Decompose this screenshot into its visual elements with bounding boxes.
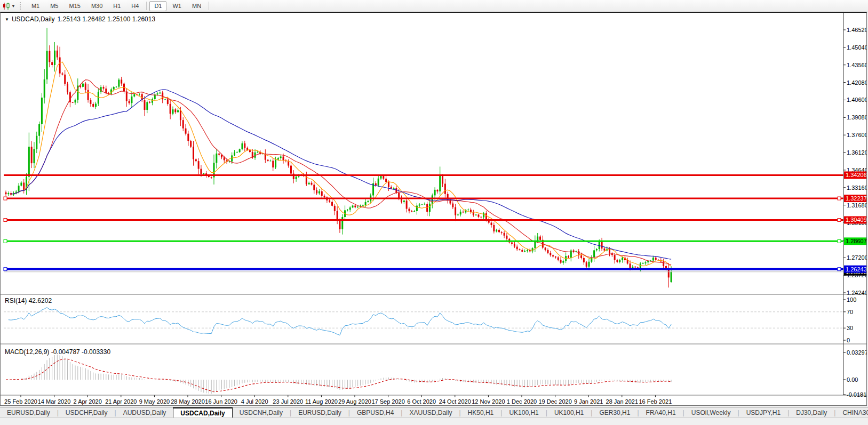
chart-tab-eurusd-daily[interactable]: EURUSD,Daily (0, 407, 57, 418)
svg-text:11 Aug 2020: 11 Aug 2020 (305, 398, 338, 405)
svg-text:0.00: 0.00 (847, 376, 858, 383)
chart-ohlc-values: 1.25143 1.26482 1.25100 1.26013 (58, 15, 156, 23)
macd-signal-line (6, 359, 671, 391)
chart-tab-hk50-h1[interactable]: HK50,H1 (461, 407, 501, 418)
timeframe-button-h1[interactable]: H1 (108, 1, 125, 11)
svg-text:1.32237: 1.32237 (846, 195, 866, 202)
timeframe-buttons: M1M5M15M30H1H4D1W1MN (26, 1, 206, 11)
chart-type-button[interactable]: ▼ (0, 3, 18, 10)
macd-axis-labels: 0.0329720.00-0.018154 (843, 349, 866, 398)
chart-tab-bar: EURUSD,Daily|USDCHF,Daily|AUDUSD,DailyUS… (0, 407, 868, 418)
chart-tab-usdjpy-h1[interactable]: USDJPY,H1 (739, 407, 787, 418)
chart-title: ▼USDCAD,Daily1.25143 1.26482 1.25100 1.2… (5, 15, 155, 23)
timeframe-button-mn[interactable]: MN (187, 1, 206, 11)
svg-text:30: 30 (847, 325, 853, 331)
svg-text:1.33160: 1.33160 (847, 185, 866, 191)
svg-text:1.42080: 1.42080 (847, 79, 866, 86)
svg-text:1 Dec 2020: 1 Dec 2020 (507, 398, 537, 405)
svg-text:16 Jun 2020: 16 Jun 2020 (205, 398, 237, 405)
svg-text:0.032972: 0.032972 (847, 349, 866, 356)
svg-text:1.43560: 1.43560 (847, 62, 866, 68)
ma-line-ma-fast (11, 62, 672, 266)
macd-indicator-label: MACD(12,26,9) -0.004787 -0.003330 (5, 348, 110, 356)
chart-tab-china300-h1[interactable]: CHINA300,H1 (835, 407, 868, 418)
svg-text:9 Jan 2021: 9 Jan 2021 (574, 398, 603, 405)
chart-tab-uk100-h1[interactable]: UK100,H1 (502, 407, 545, 418)
svg-text:4 Jul 2020: 4 Jul 2020 (241, 398, 268, 405)
svg-text:1.39080: 1.39080 (847, 114, 866, 121)
chart-tab-eurusd-daily[interactable]: EURUSD,Daily (291, 407, 348, 418)
svg-text:28 May 2020: 28 May 2020 (171, 398, 205, 405)
timeframe-button-d1[interactable]: D1 (149, 1, 166, 11)
chart-tab-uk100-h1[interactable]: UK100,H1 (547, 407, 591, 418)
rsi-axis-labels: 10070300 (843, 296, 856, 343)
svg-text:1.26243: 1.26243 (846, 266, 866, 272)
chart-tab-fra40-h1[interactable]: FRA40,H1 (639, 407, 683, 418)
svg-text:1.27200: 1.27200 (847, 254, 866, 261)
svg-text:25 Feb 2020: 25 Feb 2020 (4, 398, 37, 405)
timeframe-button-h4[interactable]: H4 (126, 1, 144, 11)
chart-tab-usdcad-daily[interactable]: USDCAD,Daily (173, 407, 232, 418)
price-axis-labels: 1.465201.450401.435601.420801.406001.390… (843, 27, 866, 296)
toolbar-drag-handle[interactable] (20, 2, 23, 10)
svg-text:14 Mar 2020: 14 Mar 2020 (38, 398, 71, 405)
svg-text:0: 0 (847, 337, 850, 343)
date-axis-labels: 25 Feb 202014 Mar 20202 Apr 202021 Apr 2… (4, 395, 672, 405)
timeframe-button-m5[interactable]: M5 (45, 1, 63, 11)
svg-text:9 May 2020: 9 May 2020 (139, 398, 170, 405)
svg-text:1.36120: 1.36120 (847, 149, 866, 156)
svg-text:6 Oct 2020: 6 Oct 2020 (407, 398, 436, 405)
svg-text:-0.018154: -0.018154 (847, 391, 866, 398)
svg-text:70: 70 (847, 309, 853, 315)
svg-text:1.40600: 1.40600 (847, 97, 866, 103)
chart-tab-usdcnh-daily[interactable]: USDCNH,Daily (233, 407, 290, 418)
svg-text:12 Nov 2020: 12 Nov 2020 (472, 398, 505, 405)
timeframe-toolbar: ▼ M1M5M15M30H1H4D1W1MN (0, 0, 868, 12)
svg-text:19 Dec 2020: 19 Dec 2020 (538, 398, 571, 405)
svg-text:2 Apr 2020: 2 Apr 2020 (74, 398, 102, 405)
hline-1.34206[interactable]: 1.34206 (4, 171, 866, 179)
pane-separators (1, 13, 866, 395)
svg-text:17 Sep 2020: 17 Sep 2020 (371, 398, 404, 405)
svg-text:1.31680: 1.31680 (847, 202, 866, 209)
price-chart-canvas[interactable]: 1.465201.450401.435601.420801.406001.390… (1, 13, 866, 405)
rsi-level-lines (4, 312, 843, 328)
svg-text:23 Jul 2020: 23 Jul 2020 (273, 398, 303, 405)
chart-window: 1.465201.450401.435601.420801.406001.390… (0, 12, 867, 406)
timeframe-button-m1[interactable]: M1 (27, 1, 44, 11)
svg-text:21 Apr 2020: 21 Apr 2020 (105, 398, 137, 405)
rsi-indicator-label: RSI(14) 42.6202 (5, 297, 52, 304)
svg-text:100: 100 (847, 296, 856, 303)
chart-tab-gbpusd-h4[interactable]: GBPUSD,H4 (350, 407, 401, 418)
chart-tab-dj30-daily[interactable]: DJ30,Daily (789, 407, 834, 418)
chart-tab-xauusd-daily[interactable]: XAUUSD,Daily (402, 407, 459, 418)
hline-1.30409[interactable]: 1.30409 (4, 216, 866, 223)
svg-text:28 Jan 2021: 28 Jan 2021 (606, 398, 639, 405)
chevron-down-icon: ▼ (11, 4, 15, 9)
chart-tab-audusd-daily[interactable]: AUDUSD,Daily (116, 407, 173, 418)
symbol-menu-icon[interactable]: ▼ (5, 17, 9, 22)
candlestick-chart-icon (2, 3, 10, 10)
svg-text:1.46520: 1.46520 (847, 27, 866, 33)
toolbar-separator (146, 2, 147, 10)
chart-tab-usdchf-daily[interactable]: USDCHF,Daily (59, 407, 115, 418)
svg-text:1.37600: 1.37600 (847, 132, 866, 138)
svg-text:16 Feb 2021: 16 Feb 2021 (639, 398, 672, 405)
candlestick-series (5, 28, 672, 287)
timeframe-button-w1[interactable]: W1 (168, 1, 186, 11)
svg-text:1.28607: 1.28607 (846, 238, 866, 244)
timeframe-button-m15[interactable]: M15 (64, 1, 85, 11)
ma-line-ma-mid (11, 80, 672, 265)
svg-text:1.45040: 1.45040 (847, 44, 866, 51)
hline-1.28607[interactable]: 1.28607 (4, 237, 866, 245)
svg-text:1.34206: 1.34206 (846, 172, 866, 178)
status-strip (0, 418, 868, 425)
macd-histogram (6, 355, 671, 394)
chart-tab-usoil-weekly[interactable]: USOil,Weekly (684, 407, 738, 418)
toolbar-separator (209, 2, 209, 10)
chart-tab-ger30-h1[interactable]: GER30,H1 (592, 407, 637, 418)
chart-symbol-label: USDCAD,Daily (12, 15, 55, 23)
svg-text:29 Aug 2020: 29 Aug 2020 (338, 398, 371, 405)
svg-text:1.30409: 1.30409 (846, 216, 866, 223)
timeframe-button-m30[interactable]: M30 (86, 1, 107, 11)
